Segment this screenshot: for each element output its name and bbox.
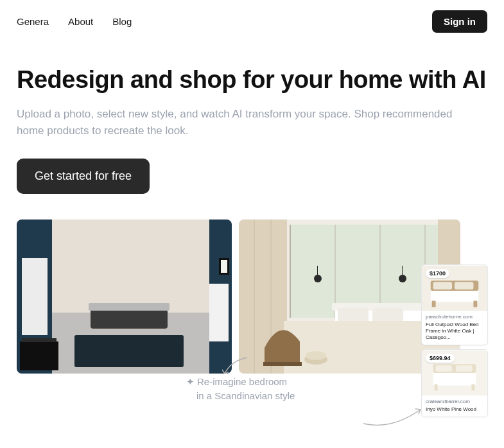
price-chip: $1700 xyxy=(426,269,449,278)
product-store: crateandbarrel.com xyxy=(426,399,483,405)
top-nav: Genera About Blog Sign in xyxy=(0,0,504,43)
product-thumb: $699.94 xyxy=(422,350,487,396)
product-title: Inyo White Pine Wood xyxy=(426,406,483,413)
svg-rect-29 xyxy=(263,362,302,366)
product-title: Full Outpost Wood Bed Frame in White Oak… xyxy=(426,322,483,341)
product-card[interactable]: $699.94 crateandbarrel.com Inyo White Pi… xyxy=(421,349,488,417)
svg-rect-38 xyxy=(431,291,479,302)
svg-rect-6 xyxy=(209,284,229,341)
brand-link[interactable]: Genera xyxy=(17,16,49,27)
svg-rect-3 xyxy=(52,220,209,313)
svg-rect-42 xyxy=(473,301,477,307)
product-info: parachutehome.com Full Outpost Wood Bed … xyxy=(422,311,487,345)
svg-point-31 xyxy=(306,351,326,360)
svg-rect-46 xyxy=(436,366,453,372)
svg-rect-45 xyxy=(433,373,476,386)
product-thumb: $1700 xyxy=(422,265,487,311)
sign-in-button[interactable]: Sign in xyxy=(432,10,487,33)
before-image xyxy=(17,220,232,374)
caption-line2: in a Scandinavian style xyxy=(196,390,295,401)
svg-rect-8 xyxy=(89,303,169,311)
svg-rect-13 xyxy=(221,260,227,273)
showcase: ✦Re-imagine bedroom in a Scandinavian st… xyxy=(0,200,504,444)
product-store: parachutehome.com xyxy=(426,314,483,320)
svg-rect-7 xyxy=(91,309,168,329)
product-card[interactable]: $1700 parachutehome.com Full Outpost Woo… xyxy=(421,264,488,345)
product-info: crateandbarrel.com Inyo White Pine Wood xyxy=(422,396,487,417)
arrow-icon xyxy=(360,404,424,430)
cta-button[interactable]: Get started for free xyxy=(17,159,150,194)
style-caption: ✦Re-imagine bedroom in a Scandinavian st… xyxy=(186,375,295,403)
svg-rect-40 xyxy=(455,282,473,290)
svg-rect-10 xyxy=(20,341,58,370)
svg-rect-48 xyxy=(435,384,438,391)
svg-rect-5 xyxy=(22,258,48,335)
caption-line1: Re-imagine bedroom xyxy=(197,376,287,387)
nav-left: Genera About Blog xyxy=(17,16,132,27)
svg-rect-33 xyxy=(317,266,318,279)
svg-rect-49 xyxy=(471,384,474,391)
svg-rect-41 xyxy=(432,301,436,307)
nav-link-about[interactable]: About xyxy=(68,16,93,27)
svg-rect-11 xyxy=(22,338,56,342)
hero: Redesign and shop for your home with AI … xyxy=(0,43,504,200)
svg-rect-9 xyxy=(74,335,184,367)
price-chip: $699.94 xyxy=(426,354,455,363)
hero-heading: Redesign and shop for your home with AI xyxy=(17,66,487,94)
hero-subtext: Upload a photo, select new style, and wa… xyxy=(17,106,479,140)
svg-rect-47 xyxy=(456,366,473,372)
sparkle-icon: ✦ xyxy=(186,376,195,387)
svg-rect-35 xyxy=(402,266,403,279)
svg-rect-39 xyxy=(433,282,452,290)
product-cards: $1700 parachutehome.com Full Outpost Woo… xyxy=(421,264,488,417)
nav-link-blog[interactable]: Blog xyxy=(112,16,132,27)
